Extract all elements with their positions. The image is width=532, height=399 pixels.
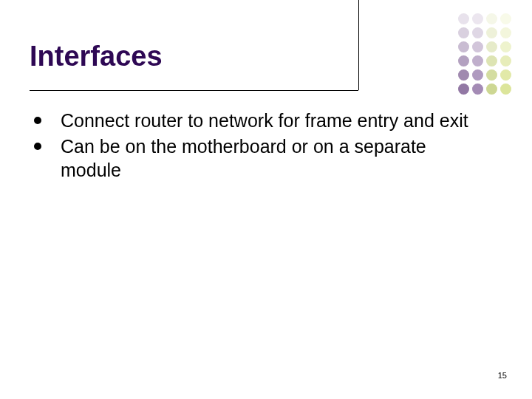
slide: Interfaces Connect router to network for… bbox=[0, 0, 532, 399]
bullet-icon bbox=[34, 143, 41, 150]
bullet-text: Can be on the motherboard or on a separa… bbox=[61, 135, 489, 182]
content-area: Connect router to network for frame entr… bbox=[30, 109, 502, 185]
list-item: Connect router to network for frame entr… bbox=[30, 109, 502, 132]
page-number: 15 bbox=[498, 371, 507, 380]
slide-title: Interfaces bbox=[30, 41, 502, 72]
bullet-icon bbox=[34, 117, 41, 124]
bullet-text: Connect router to network for frame entr… bbox=[61, 109, 468, 132]
decorative-dot-grid bbox=[458, 13, 511, 95]
list-item: Can be on the motherboard or on a separa… bbox=[30, 135, 502, 182]
title-divider-vertical bbox=[358, 0, 359, 90]
title-divider-horizontal bbox=[30, 90, 358, 91]
